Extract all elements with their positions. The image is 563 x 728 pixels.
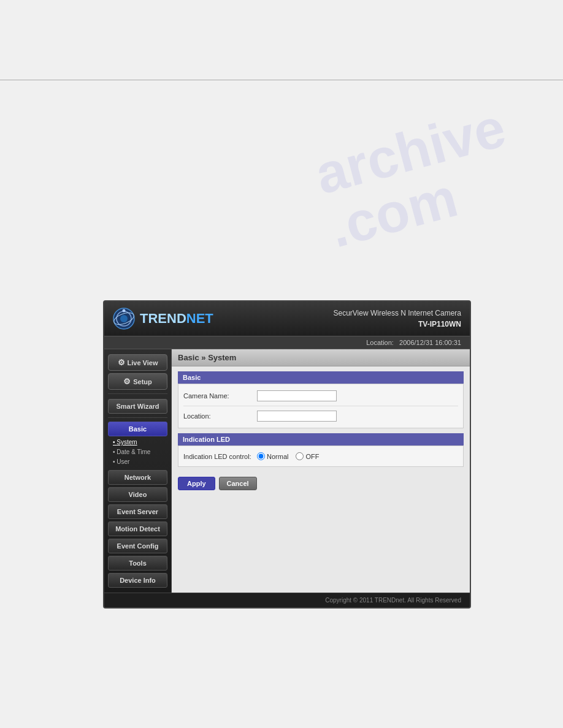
led-radio-normal-text: Normal bbox=[267, 453, 288, 460]
content-section-basic-header: Basic bbox=[178, 371, 464, 384]
sidebar-item-event-server[interactable]: Event Server bbox=[108, 504, 167, 519]
led-radio-off[interactable] bbox=[296, 452, 304, 460]
trendnet-logo-icon bbox=[113, 308, 135, 330]
sidebar-item-event-config[interactable]: Event Config bbox=[108, 539, 167, 553]
camera-ui-container: TRENDNET SecurView Wireless N Internet C… bbox=[103, 300, 471, 609]
led-control-label: Indication LED control: bbox=[183, 453, 257, 460]
content-title: Basic » System bbox=[172, 349, 470, 366]
product-description: SecurView Wireless N Internet Camera bbox=[333, 308, 461, 319]
location-bar: Location: 2006/12/31 16:00:31 bbox=[104, 336, 470, 349]
form-row-camera-name: Camera Name: bbox=[183, 388, 458, 404]
sidebar-item-system[interactable]: System bbox=[112, 438, 167, 447]
camera-name-input[interactable] bbox=[257, 390, 337, 401]
cam-sidebar: ⚙ Live View ⚙ Setup Smart Wizard Basic S… bbox=[104, 349, 172, 593]
sidebar-item-network[interactable]: Network bbox=[108, 470, 167, 485]
location-input[interactable] bbox=[257, 411, 337, 422]
brand-highlight: TREND bbox=[140, 311, 186, 326]
live-view-icon: ⚙ bbox=[118, 358, 125, 367]
setup-icon: ⚙ bbox=[123, 377, 131, 386]
content-section-basic: Basic Camera Name: Location: bbox=[178, 371, 464, 428]
sidebar-item-device-info[interactable]: Device Info bbox=[108, 573, 167, 588]
form-divider-1 bbox=[183, 406, 458, 406]
led-radio-off-text: OFF bbox=[305, 453, 319, 460]
location-value: 2006/12/31 16:00:31 bbox=[399, 339, 461, 346]
content-section-basic-body: Camera Name: Location: bbox=[178, 384, 464, 428]
product-model: TV-IP110WN bbox=[333, 319, 461, 330]
form-row-location: Location: bbox=[183, 408, 458, 424]
apply-button[interactable]: Apply bbox=[178, 477, 215, 490]
cam-content: Basic » System Basic Camera Name: Locati… bbox=[172, 349, 470, 593]
content-section-led-body: Indication LED control: Normal OFF bbox=[178, 446, 464, 467]
setup-label: Setup bbox=[133, 378, 152, 385]
sidebar-item-date-time[interactable]: Date & Time bbox=[112, 447, 167, 457]
smart-wizard-button[interactable]: Smart Wizard bbox=[108, 399, 167, 414]
led-radio-group: Normal OFF bbox=[257, 452, 319, 460]
led-radio-off-label[interactable]: OFF bbox=[296, 452, 319, 460]
led-radio-normal-label[interactable]: Normal bbox=[257, 452, 288, 460]
brand-name: TRENDNET bbox=[140, 311, 213, 327]
footer-copyright: Copyright © 2011 TRENDnet. All Rights Re… bbox=[325, 597, 461, 604]
cam-logo: TRENDNET bbox=[113, 308, 213, 330]
product-info: SecurView Wireless N Internet Camera TV-… bbox=[333, 308, 461, 330]
watermark-line1: archive bbox=[310, 99, 511, 203]
watermark-line2: .com bbox=[324, 153, 525, 256]
sidebar-item-tools[interactable]: Tools bbox=[108, 556, 167, 571]
content-section-led-header: Indication LED bbox=[178, 433, 464, 446]
sidebar-section-basic: Basic System Date & Time User bbox=[108, 422, 167, 468]
sidebar-item-user[interactable]: User bbox=[112, 457, 167, 466]
sidebar-submenu-basic: System Date & Time User bbox=[108, 438, 167, 466]
sidebar-item-motion-detect[interactable]: Motion Detect bbox=[108, 521, 167, 536]
led-radio-normal[interactable] bbox=[257, 452, 265, 460]
setup-button[interactable]: ⚙ Setup bbox=[108, 373, 167, 390]
sidebar-section-basic-header[interactable]: Basic bbox=[108, 422, 167, 436]
sidebar-divider-1 bbox=[108, 393, 167, 394]
cancel-button[interactable]: Cancel bbox=[219, 477, 257, 490]
svg-point-4 bbox=[123, 309, 126, 313]
brand-rest: NET bbox=[186, 311, 213, 326]
live-view-label: Live View bbox=[128, 359, 158, 366]
live-view-button[interactable]: ⚙ Live View bbox=[108, 354, 167, 371]
content-section-led: Indication LED Indication LED control: N… bbox=[178, 433, 464, 467]
location-label: Location: bbox=[366, 339, 394, 346]
camera-name-label: Camera Name: bbox=[183, 392, 257, 400]
sidebar-divider-2 bbox=[108, 417, 167, 418]
top-divider bbox=[0, 80, 563, 80]
cam-header: TRENDNET SecurView Wireless N Internet C… bbox=[104, 301, 470, 336]
watermark: archive .com bbox=[310, 99, 525, 256]
sidebar-item-video[interactable]: Video bbox=[108, 487, 167, 502]
location-field-label: Location: bbox=[183, 412, 257, 420]
svg-point-2 bbox=[120, 315, 128, 322]
cam-body: ⚙ Live View ⚙ Setup Smart Wizard Basic S… bbox=[104, 349, 470, 593]
form-row-led-control: Indication LED control: Normal OFF bbox=[183, 450, 458, 463]
smart-wizard-label: Smart Wizard bbox=[116, 403, 159, 410]
cam-footer: Copyright © 2011 TRENDnet. All Rights Re… bbox=[104, 593, 470, 607]
content-button-row: Apply Cancel bbox=[172, 472, 470, 495]
